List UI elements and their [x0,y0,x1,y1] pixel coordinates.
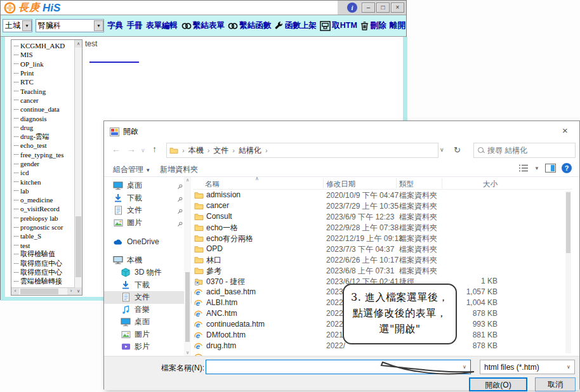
recent-locations-icon[interactable]: ∨ [141,147,145,154]
tree-item[interactable]: 取得檢驗值 [13,250,74,259]
tree-item[interactable]: echo_test [13,141,74,150]
breadcrumb-structured[interactable]: 結構化 [239,145,261,156]
tree-item[interactable]: free_typing_tes [13,150,74,159]
sidebar-item-pictures[interactable]: 圖片 [104,217,192,230]
tree-item[interactable]: table_S [13,232,74,240]
table-row[interactable]: OPD 2023/7/3 下午 04:37 檔案資料夾 [193,244,572,254]
table-row[interactable]: 參考 2023/6/8 上午 07:31 檔案資料夾 [193,265,572,276]
column-header-type[interactable]: 類型 [399,180,414,189]
search-box[interactable] [473,143,576,158]
tree-item[interactable]: OP_link [13,60,74,69]
menu-manual[interactable]: 手冊 [127,20,143,31]
tree-item[interactable]: Print [13,69,74,77]
file-name[interactable]: continuedata.htm [206,320,265,329]
sidebar-item-download[interactable]: 下載 [104,192,192,205]
tree-item[interactable]: RTC [13,77,74,86]
file-name[interactable]: 林口 [206,255,221,266]
tree-item[interactable]: kitchen [13,177,74,186]
tree-item[interactable]: gender [13,159,74,168]
scroll-up-icon[interactable]: ∧ [75,40,82,48]
sidebar-item-desktop[interactable]: 桌面 [104,316,192,329]
file-name[interactable]: admission [206,190,241,199]
tree-item[interactable]: icd [13,168,74,177]
file-name[interactable]: 參考 [206,266,221,277]
file-name[interactable]: ANC.htm [206,309,237,318]
scroll-left-icon[interactable]: ‹ [11,288,19,295]
breadcrumb[interactable]: › 本機 › 文件 › 結構化 › [166,143,438,158]
menu-bind-form[interactable]: 繫結表單 [181,20,225,31]
table-row[interactable]: Consult 2023/6/9 下午 12:23 檔案資料夾 [193,211,572,222]
sidebar-item-cube[interactable]: 3D 物件 [104,266,192,279]
view-dropdown-icon[interactable]: ▼ [534,166,539,171]
menu-exit[interactable]: 離開 [390,20,405,31]
tree-item[interactable]: prognostic scor [13,223,74,232]
sidebar-scrollbar[interactable]: ∧ ∨ [184,177,191,356]
scrollbar-thumb[interactable] [20,289,58,294]
tree-item[interactable]: prebiopsy lab [13,214,74,223]
info-icon[interactable]: i [347,3,357,13]
location-select[interactable]: 土城 ▼ [3,19,32,32]
tree-item[interactable]: o_medicine [13,195,74,204]
forward-icon[interactable]: → [127,144,136,154]
tree-item[interactable]: diagnosis [13,114,74,122]
dropdown-arrow-icon[interactable]: ▼ [94,20,103,31]
tree-vertical-scrollbar[interactable]: ∧ ∨ [74,40,82,295]
menu-form-editor[interactable]: 表單編輯 [146,20,178,31]
table-row[interactable]: echo有分兩格 2022/12/19 上午 09:13 檔案資料夾 [193,233,572,244]
help-icon[interactable]: ? [562,163,572,173]
dialog-close-button[interactable]: × [551,121,579,140]
scrollbar-thumb[interactable] [185,272,190,342]
tree-item[interactable]: cancer [13,96,74,105]
tree-item[interactable]: continue_data [13,105,74,114]
tree-item[interactable]: drug [13,123,74,132]
scrollbar-thumb[interactable] [566,192,570,253]
breadcrumb-this-pc[interactable]: 本機 [188,145,204,156]
tree-item[interactable]: 雲端檢驗轉接 [13,277,74,286]
scroll-down-icon[interactable]: ∨ [184,350,191,355]
dropdown-arrow-icon[interactable]: ▼ [22,20,32,31]
file-name[interactable]: OPD [206,244,223,253]
scroll-right-icon[interactable]: › [67,288,75,295]
menu-function-deploy[interactable]: 函數上架 [275,20,317,31]
table-row-partial[interactable]: e [193,351,572,356]
table-row[interactable]: echo一格 2022/9/28 上午 07:38 檔案資料夾 [193,222,572,233]
address-dropdown-icon[interactable]: ∨ [440,147,444,153]
tree-item[interactable]: lab [13,186,74,195]
minimize-button[interactable]: – [362,3,375,13]
scrollbar-thumb[interactable] [76,216,81,277]
sidebar-item-music[interactable]: 音樂 [104,304,192,317]
table-row[interactable]: admission 2020/10/9 下午 04:47 檔案資料夾 [193,190,572,200]
menu-get-htm[interactable]: 取HTM [320,20,357,31]
sidebar-item-video[interactable]: 影片 [104,341,192,353]
tree-item[interactable]: test [13,241,74,250]
list-scrollbar[interactable] [565,191,571,353]
sidebar-item-pc[interactable]: 本機 [104,254,192,267]
menu-dictionary[interactable]: 字典 [107,20,123,31]
file-name[interactable]: 0370 - 捷徑 [206,277,245,287]
column-header-date[interactable]: 修改日期 [326,180,355,189]
up-icon[interactable]: ↑ [152,144,157,154]
sidebar-item-documents[interactable]: 文件 [104,291,192,304]
tree-item[interactable]: 取得癌症中心 [13,259,74,268]
open-button[interactable]: 開啟(O) [469,377,527,391]
cancel-button[interactable]: 取消 [535,377,576,391]
back-icon[interactable]: ← [112,144,121,154]
table-row[interactable]: cancer 2023/7/29 上午 10:35 檔案資料夾 [193,200,572,211]
file-name[interactable]: cancer [206,201,229,210]
tree-item[interactable]: o_visitRecord [13,204,74,213]
maximize-button[interactable]: □ [376,3,390,13]
file-name[interactable]: ALBI.htm [206,298,237,307]
tree-item[interactable]: MIS [13,50,74,59]
tree-item[interactable]: drug-雲端 [13,132,74,141]
sidebar-item-documents[interactable]: 文件 [104,204,192,217]
close-button[interactable]: × [391,3,404,13]
sidebar-item-onedrive[interactable]: OneDrive [104,235,192,248]
file-name[interactable]: echo有分兩格 [206,233,253,244]
menu-bind-function[interactable]: 繫結函數 [228,20,271,31]
preview-pane-icon[interactable] [545,164,556,173]
breadcrumb-documents[interactable]: 文件 [213,145,228,156]
tree-horizontal-scrollbar[interactable]: ‹ › [11,287,75,295]
list-view-icon[interactable] [518,164,529,173]
file-name[interactable]: Consult [206,212,232,221]
tree-item[interactable]: Teaching [13,86,74,95]
